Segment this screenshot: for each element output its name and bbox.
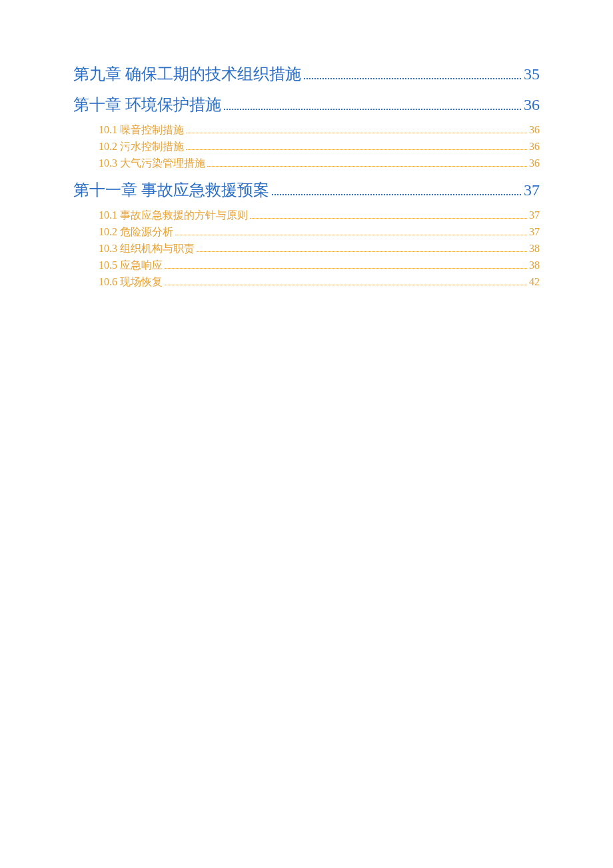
toc-section-group: 10.1 噪音控制措施 36 10.2 污水控制措施 36 10.3 大气污染管… [73,122,540,171]
toc-section-label: 10.2 污水控制措施 [99,139,184,155]
toc-section-group: 10.1 事故应急救援的方针与原则 37 10.2 危险源分析 37 10.3 … [73,207,540,290]
toc-chapter-entry[interactable]: 第九章 确保工期的技术组织措施 35 [73,63,540,85]
toc-section-entry[interactable]: 10.3 大气污染管理措施 36 [99,155,540,172]
toc-section-entry[interactable]: 10.2 危险源分析 37 [99,224,540,241]
toc-leader [186,123,527,133]
toc-page-number: 37 [529,207,540,224]
toc-page-number: 38 [529,257,540,274]
toc-chapter-label: 第十一章 事故应急救援预案 [73,179,269,201]
toc-page-number: 35 [524,65,540,83]
toc-section-label: 10.1 事故应急救援的方针与原则 [99,207,248,224]
toc-section-label: 10.6 现场恢复 [99,274,163,291]
toc-chapter-label: 第九章 确保工期的技术组织措施 [73,63,301,85]
toc-leader [224,94,521,110]
toc-section-entry[interactable]: 10.2 污水控制措施 36 [99,139,540,155]
toc-chapter-entry[interactable]: 第十章 环境保护措施 36 [73,94,540,115]
toc-leader [175,225,527,235]
toc-section-label: 10.5 应急响应 [99,257,163,274]
toc-section-entry[interactable]: 10.5 应急响应 38 [99,257,540,274]
toc-leader [165,258,527,269]
toc-page-number: 36 [524,96,540,114]
toc-section-entry[interactable]: 10.3 组织机构与职责 38 [99,241,540,257]
table-of-contents: 第九章 确保工期的技术组织措施 35 第十章 环境保护措施 36 10.1 噪音… [73,63,540,290]
toc-section-label: 10.1 噪音控制措施 [99,122,184,139]
toc-page-number: 37 [524,181,540,199]
toc-leader [165,275,527,285]
toc-section-entry[interactable]: 10.1 事故应急救援的方针与原则 37 [99,207,540,224]
toc-page-number: 36 [529,139,540,155]
toc-section-entry[interactable]: 10.6 现场恢复 42 [99,274,540,291]
toc-leader [207,156,527,167]
toc-leader [250,208,527,219]
toc-page-number: 42 [529,274,540,291]
toc-page-number: 36 [529,122,540,139]
toc-chapter-entry[interactable]: 第十一章 事故应急救援预案 37 [73,179,540,201]
toc-section-entry[interactable]: 10.1 噪音控制措施 36 [99,122,540,139]
toc-section-label: 10.3 组织机构与职责 [99,241,195,257]
toc-section-label: 10.2 危险源分析 [99,224,173,241]
toc-page-number: 36 [529,155,540,172]
toc-page-number: 37 [529,224,540,241]
toc-section-label: 10.3 大气污染管理措施 [99,155,205,172]
toc-leader [197,241,527,252]
toc-leader [272,179,521,195]
toc-chapter-label: 第十章 环境保护措施 [73,94,221,115]
toc-leader [186,139,527,150]
toc-leader [304,63,521,79]
toc-page-number: 38 [529,241,540,257]
